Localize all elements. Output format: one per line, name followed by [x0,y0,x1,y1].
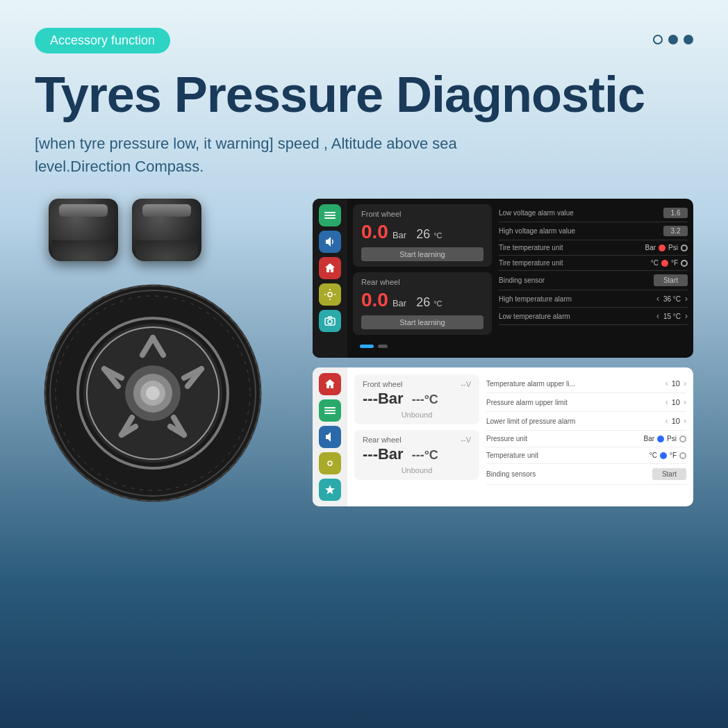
light-temp-upper-chevron-right[interactable]: › [684,379,686,388]
front-unbound-light: Unbound [363,411,471,419]
svg-rect-30 [324,413,336,414]
front-wheel-card-light: Front wheel --V ---Bar ---°C Unbound [354,374,479,424]
accessory-badge: Accessory function [35,28,170,53]
high-temp-chevron-right[interactable]: › [685,294,688,304]
right-column: Front wheel 0.0 Bar 26 °C Start learning… [313,199,693,506]
psi-label: Psi [668,244,678,251]
light-pressure-lower: Lower limit of pressure alarm ‹ 10 › [486,412,686,431]
rear-pressure-value-dark: 0.0 [361,289,388,311]
light-nav-settings[interactable] [319,452,341,474]
bar-label: Bar [645,244,656,251]
low-voltage-label: Low voltage alarm value [499,209,663,217]
rear-wheel-card-dark: Rear wheel 0.0 Bar 26 °C Start learning [353,272,492,335]
light-temp-unit-label: Temperature unit [486,452,650,459]
front-voltage-light: --V [461,380,471,388]
dots-indicator [653,35,693,44]
light-pressure-upper-chevron-right[interactable]: › [684,397,686,407]
subtitle-text: [when tyre pressure low, it warning] spe… [35,132,493,178]
low-temp-chevron-right[interactable]: › [685,311,688,321]
light-pressure-upper-chevron-left[interactable]: ‹ [665,397,668,407]
bar-radio-selected[interactable] [659,245,665,251]
svg-rect-24 [324,217,336,219]
front-wheel-reading-dark: 0.0 Bar 26 °C [361,221,483,243]
sensor-cap-2 [132,199,201,261]
nav-icon-home[interactable] [319,257,341,279]
low-temp-label: Low temperature alarm [499,313,656,320]
light-screen: Front wheel --V ---Bar ---°C Unbound [313,367,693,506]
rear-wheel-reading-dark: 0.0 Bar 26 °C [361,289,483,311]
dot-3 [684,35,693,44]
light-pressure-lower-chevron-right[interactable]: › [684,416,686,426]
front-wheel-label-dark: Front wheel [361,210,483,218]
svg-marker-32 [325,485,335,495]
setting-binding-sensor: Binding sensor Start [499,271,688,290]
rear-start-btn-dark[interactable]: Start learning [361,315,483,329]
binding-sensor-btn[interactable]: Start [654,274,688,286]
dark-sidebar [313,199,347,358]
light-binding-sensors: Binding sensors Start [486,464,686,485]
rear-temp-light: ---°C [412,448,438,463]
celsius-label: °C [651,259,659,267]
title-section: Tyres Pressure Diagnostic [when tyre pre… [35,67,693,178]
low-voltage-value: 1.6 [663,208,688,218]
sensor-cap-1 [49,199,118,261]
light-fahrenheit-radio[interactable] [679,452,686,459]
light-temp-upper: Temperature alarm upper li... ‹ 10 › [486,374,686,393]
rear-voltage-light: --V [461,436,471,444]
light-bar-label: Bar [644,435,655,442]
rear-wheel-reading-light: ---Bar ---°C [363,445,471,463]
light-pressure-unit-label: Pressure unit [486,435,644,442]
dark-wheel-section: Front wheel 0.0 Bar 26 °C Start learning… [353,204,492,340]
front-temp-dark: 26 °C [416,227,442,242]
light-temp-upper-chevron-left[interactable]: ‹ [665,379,668,388]
light-celsius-radio[interactable] [660,452,667,459]
light-pressure-upper-value: 10 [672,398,680,406]
light-nav-home[interactable] [319,373,341,395]
front-temp-light: ---°C [412,392,438,407]
rear-wheel-card-light: Rear wheel --V ---Bar ---°C Unbound [354,430,479,480]
setting-low-temp: Low temperature alarm ‹ 15 °C › [499,308,688,325]
light-pressure-lower-chevron-left[interactable]: ‹ [665,416,668,426]
light-nav-menu[interactable] [319,399,341,422]
front-wheel-label-light: Front wheel --V [363,380,471,388]
high-temp-chevron-left[interactable]: ‹ [656,294,659,304]
tire-image [35,254,271,511]
page-dot-inactive [378,345,388,348]
tire-pressure-unit-radio: Bar Psi [645,244,688,251]
light-binding-sensors-btn[interactable]: Start [652,468,686,480]
light-nav-sound[interactable] [319,426,341,448]
fahrenheit-radio[interactable] [681,260,688,267]
nav-icon-sound[interactable] [319,231,341,253]
high-voltage-label: High voltage alarm value [499,227,663,235]
light-bar-radio[interactable] [657,436,664,442]
light-temp-upper-value: 10 [672,379,680,388]
celsius-radio-selected[interactable] [661,260,668,267]
rear-pressure-unit-dark: Bar [392,298,406,308]
nav-icon-camera[interactable] [319,310,341,332]
rear-temp-dark: 26 °C [416,295,442,310]
light-psi-radio[interactable] [679,436,686,442]
front-pressure-light: ---Bar [363,390,404,408]
light-nav-star[interactable] [319,479,341,501]
light-pressure-upper-label: Pressure alarm upper limit [486,399,665,406]
dot-2 [668,35,678,44]
setting-high-voltage: High voltage alarm value 3.2 [499,222,688,240]
rear-wheel-label-light: Rear wheel --V [363,436,471,444]
nav-icon-menu[interactable] [319,204,341,226]
front-wheel-card-dark: Front wheel 0.0 Bar 26 °C Start learning [353,204,492,267]
setting-low-voltage: Low voltage alarm value 1.6 [499,204,688,222]
tire-temp-unit-radio: °C °F [651,259,688,267]
binding-sensor-label: Binding sensor [499,276,654,284]
light-psi-label: Psi [667,435,677,442]
fahrenheit-label: °F [671,259,678,267]
front-start-btn-dark[interactable]: Start learning [361,247,483,261]
low-temp-chevron-left[interactable]: ‹ [656,311,659,321]
light-pressure-upper: Pressure alarm upper limit ‹ 10 › [486,393,686,412]
light-wheel-section: Front wheel --V ---Bar ---°C Unbound [354,374,479,499]
psi-radio[interactable] [681,245,688,251]
nav-icon-settings[interactable] [319,283,341,306]
light-temp-upper-label: Temperature alarm upper li... [486,380,665,388]
light-fahrenheit-label: °F [670,452,677,459]
setting-tire-pressure-unit: Tire temperature unit Bar Psi [499,240,688,256]
svg-rect-28 [324,407,336,408]
